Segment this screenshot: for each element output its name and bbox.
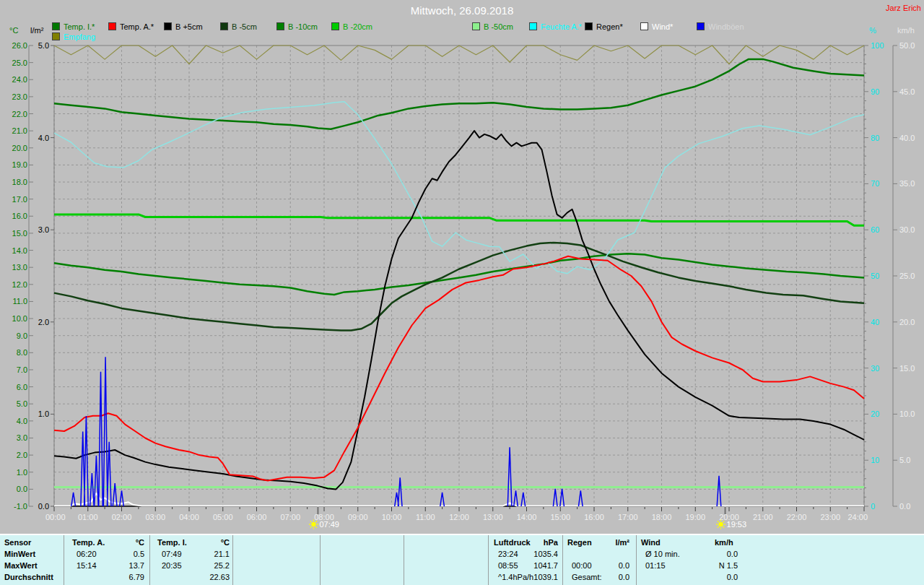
- tick-label-percent: 30: [871, 364, 879, 373]
- axis-label-hour: 23:00: [820, 513, 840, 521]
- tick-label-kmh: 0.0: [899, 502, 910, 511]
- table-divider: [404, 535, 404, 585]
- table-group-name: Regen: [567, 538, 592, 547]
- table-cell-value: 1041.7: [533, 561, 558, 570]
- tick-label-kmh: 10.0: [899, 410, 915, 418]
- tick-label-celsius: 23.0: [12, 92, 27, 101]
- axis-label-hour: 19:00: [685, 513, 705, 521]
- tick-label-kmh: 15.0: [899, 364, 915, 373]
- table-cell-time: 23:24: [498, 550, 518, 558]
- tick-label-celsius: 21.0: [12, 126, 27, 135]
- table-cell-value: 0.0: [727, 573, 738, 581]
- table-cell-value: 0.0: [619, 573, 629, 581]
- table-group-name: Wind: [641, 538, 661, 547]
- table-cell-time: 07:49: [162, 550, 182, 558]
- tick-label-celsius: 7.0: [17, 365, 27, 374]
- table-cell-value: 6.79: [129, 573, 144, 581]
- tick-label-kmh: 45.0: [899, 87, 915, 96]
- tick-label-celsius: -1.0: [14, 502, 27, 511]
- table-divider: [488, 535, 489, 585]
- tick-label-celsius: 5.0: [17, 399, 27, 408]
- axis-label-hour: 09:00: [348, 513, 368, 521]
- tick-label-kmh: 5.0: [899, 456, 910, 464]
- tick-label-percent: 60: [871, 225, 879, 234]
- table-group-unit: °C: [136, 538, 144, 547]
- tick-label-kmh: 25.0: [899, 272, 915, 280]
- tick-label-celsius: 16.0: [12, 212, 27, 220]
- axis-label-hour: 10:00: [382, 513, 402, 521]
- tick-label-lm2: 1.0: [38, 410, 49, 418]
- axis-label-hour: 01:00: [78, 513, 98, 521]
- tick-label-celsius: 26.0: [12, 41, 27, 50]
- tick-label-kmh: 35.0: [899, 179, 915, 188]
- axis-label-hour: 15:00: [550, 513, 570, 521]
- table-cell-value: 13.7: [129, 561, 144, 570]
- table-cell-value: N 1.5: [719, 561, 738, 570]
- sunset-marker-time: 19:53: [727, 520, 747, 529]
- tick-label-celsius: 12.0: [12, 280, 27, 289]
- axis-label-hour: 02:00: [112, 513, 132, 521]
- tick-label-celsius: 17.0: [12, 195, 27, 204]
- tick-label-celsius: 14.0: [12, 246, 27, 255]
- tick-label-kmh: 40.0: [899, 134, 915, 142]
- tick-label-celsius: 2.0: [17, 451, 27, 459]
- table-group-unit: °C: [221, 538, 230, 547]
- axis-label-hour: 06:00: [247, 513, 267, 521]
- axis-label-hour: 00:00: [45, 513, 66, 521]
- axis-label-hour: 03:00: [145, 513, 165, 521]
- tick-label-celsius: 13.0: [12, 263, 27, 272]
- tick-label-lm2: 4.0: [38, 134, 49, 142]
- tick-label-celsius: 18.0: [12, 178, 27, 186]
- tick-label-percent: 90: [871, 87, 879, 96]
- tick-label-percent: 50: [871, 272, 879, 280]
- table-cell-time: Gesamt:: [572, 573, 602, 581]
- table-divider: [232, 535, 233, 585]
- tick-label-celsius: 6.0: [17, 383, 27, 391]
- table-cell-time: 08:55: [498, 561, 518, 570]
- tick-label-celsius: 3.0: [17, 433, 27, 442]
- axis-label-hour: 17:00: [618, 513, 638, 521]
- tick-label-celsius: 9.0: [17, 332, 27, 340]
- tick-label-kmh: 30.0: [899, 225, 915, 234]
- axis-label-hour: 05:00: [213, 513, 233, 521]
- tick-label-lm2: 2.0: [38, 318, 49, 326]
- tick-label-lm2: 3.0: [38, 225, 49, 234]
- table-cell-time: 01:15: [645, 561, 666, 570]
- table-cell-value: 25.2: [214, 561, 230, 570]
- axis-label-hour: 07:00: [280, 513, 300, 521]
- tick-label-celsius: 19.0: [12, 160, 27, 169]
- tick-label-celsius: 11.0: [12, 297, 27, 306]
- tick-label-percent: 100: [871, 41, 884, 50]
- tick-label-percent: 80: [871, 134, 879, 142]
- tick-label-celsius: 8.0: [17, 348, 27, 357]
- table-cell-value: 1039.1: [533, 573, 558, 581]
- series-feuchte-a-: [54, 102, 864, 274]
- axis-label-hour: 22:00: [787, 513, 807, 521]
- weather-chart-screen: Mittwoch, 26.09.2018 Jarz Erich °C l/m² …: [0, 0, 924, 585]
- table-cell-value: 22.63: [209, 573, 230, 581]
- tick-label-lm2: 5.0: [38, 41, 49, 50]
- tick-label-percent: 10: [871, 456, 879, 464]
- tick-label-kmh: 20.0: [899, 318, 915, 326]
- axis-label-hour: 13:00: [483, 513, 503, 521]
- table-cell-time: 00:00: [572, 561, 592, 570]
- table-cell-value: 21.1: [214, 550, 230, 558]
- table-group-unit: l/m²: [615, 538, 629, 547]
- table-row-label: Sensor: [4, 538, 31, 547]
- tick-label-percent: 0: [871, 502, 875, 511]
- table-cell-value: 0.5: [134, 550, 144, 558]
- tick-label-lm2: 0.0: [38, 502, 49, 511]
- table-divider: [64, 535, 64, 585]
- table-group-name: Luftdruck: [494, 538, 531, 547]
- table-cell-value: 0.0: [619, 561, 629, 570]
- table-group-name: Temp. I.: [157, 538, 187, 547]
- tick-label-celsius: 22.0: [12, 110, 27, 118]
- series-wind: [54, 493, 864, 506]
- tick-label-celsius: 0.0: [17, 485, 27, 493]
- sunrise-marker-time: 07:49: [319, 520, 339, 529]
- table-group-unit: hPa: [544, 538, 558, 547]
- table-row-label: MinWert: [4, 550, 35, 558]
- weather-day-chart: -1.00.01.02.03.04.05.06.07.08.09.010.011…: [0, 0, 924, 534]
- axis-label-hour: 18:00: [652, 513, 672, 521]
- tick-label-percent: 70: [871, 179, 879, 188]
